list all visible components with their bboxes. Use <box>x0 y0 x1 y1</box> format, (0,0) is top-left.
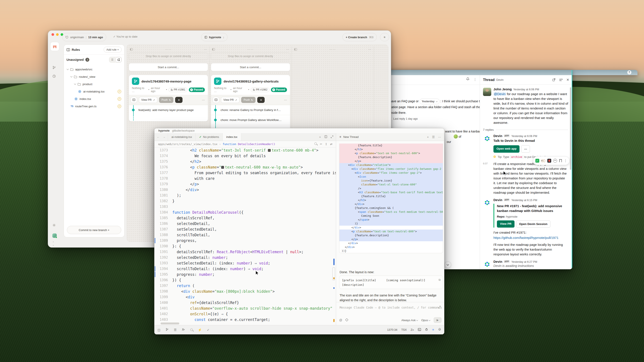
branches-icon[interactable] <box>52 66 56 70</box>
scroll-to-latest-button[interactable] <box>444 262 451 268</box>
git-branch-icon[interactable] <box>166 328 168 332</box>
collapse-icon[interactable]: ⌃⌄ <box>52 241 54 246</box>
chevron-down-icon[interactable] <box>74 83 76 85</box>
devin-app-avatar[interactable] <box>483 134 491 143</box>
assign-icon[interactable] <box>213 97 219 103</box>
mention-chip[interactable]: @Devin <box>494 92 506 96</box>
diagnostics-indicator[interactable]: ✓No problems <box>196 133 223 141</box>
open-devin-session-button[interactable]: Open Devin Session <box>516 220 550 228</box>
debug-bug-icon[interactable] <box>425 328 428 332</box>
avatar[interactable] <box>483 88 491 96</box>
snippet-icon[interactable]: ✂ <box>320 142 322 146</box>
zed-mode[interactable]: Z» <box>411 328 414 331</box>
ai-sparkle-button[interactable]: ✳ <box>175 97 182 103</box>
lane-collapse-icon[interactable] <box>212 48 215 51</box>
search-icon[interactable] <box>314 142 317 145</box>
copy-icon[interactable]: ⧉ <box>439 278 441 282</box>
remote-sync-button[interactable]: origin/main | 13 min ago <box>62 33 106 41</box>
help-button[interactable]: ? <box>627 70 632 74</box>
create-branch-button[interactable]: + Create branch ⌘B <box>342 33 377 41</box>
chevron-down-icon[interactable] <box>67 68 69 70</box>
split-pane-icon[interactable] <box>324 135 327 139</box>
add-rule-button[interactable]: Add rule + <box>104 47 122 52</box>
thread-list-icon[interactable]: ☰ <box>432 135 435 139</box>
assistant-input[interactable]: Message Claude Code — @ to include conte… <box>336 302 444 325</box>
tree-file-item[interactable]: ai-notetaking.tsx∕ <box>65 88 123 95</box>
bookmark-icon[interactable] <box>559 159 562 162</box>
ai-sparkle-button[interactable]: ✳ <box>257 97 265 103</box>
actions-icon[interactable]: ⚡ <box>198 328 202 332</box>
tree-folder-item[interactable]: product <box>65 80 123 88</box>
assign-icon[interactable] <box>130 97 137 103</box>
ai-sparkle-icon[interactable]: ✳ <box>432 328 434 331</box>
view-pr-button[interactable]: View PR <box>497 220 514 228</box>
bell-icon[interactable] <box>438 328 441 332</box>
commit-row[interactable]: chore: rename Gallery to Prompt Gallery … <box>211 105 290 115</box>
start-commit-button[interactable]: Start a commit... <box>211 63 290 71</box>
scrollbar-marks[interactable] <box>332 147 335 322</box>
branch-name[interactable]: devin/1764380749-memory-page <box>142 79 192 83</box>
author-name[interactable]: Devin <box>494 198 502 202</box>
kebab-icon[interactable]: ⋯ <box>202 98 206 102</box>
tab-ai-notetaking[interactable]: ai-notetaking.tsx <box>168 133 196 141</box>
author-name[interactable]: Devin <box>494 134 502 138</box>
push-button[interactable]: Push ↻ <box>241 97 256 103</box>
date-divider-pill[interactable]: Yesterday <box>420 99 440 104</box>
cursor-icon[interactable]: I <box>325 142 327 146</box>
forward-icon[interactable]: → <box>163 135 166 139</box>
user-avatar[interactable] <box>52 233 57 238</box>
back-icon[interactable]: ← <box>157 135 160 139</box>
author-name[interactable]: John Jeong <box>494 87 512 91</box>
drag-handle-icon[interactable]: ⋯⋯ <box>215 48 286 51</box>
view-pr-button[interactable]: View PR ↗ <box>139 97 157 103</box>
kebab-icon[interactable]: ⋯ <box>286 48 289 51</box>
settings-gear-icon[interactable] <box>52 223 56 228</box>
kebab-menu-icon[interactable]: ⋮ <box>564 159 567 163</box>
list-view-icon[interactable]: ☰ <box>109 57 115 62</box>
context-target-icon[interactable] <box>345 318 348 322</box>
close-icon[interactable]: ✕ <box>566 78 569 82</box>
outline-icon[interactable]: ☰ <box>174 328 177 332</box>
commit-to-new-branch-button[interactable]: Commit to new branch + <box>67 226 121 234</box>
horizontal-scrollbar[interactable] <box>160 323 179 325</box>
code-editor[interactable]: 1373 <h2 className="text-3xl font-serif … <box>154 147 336 322</box>
check-reaction-icon[interactable]: ✓ <box>535 159 539 163</box>
ci-passed-badge[interactable]: ✓Passed <box>189 87 205 92</box>
drop-zone[interactable]: Drop files to assign or commit directly <box>129 52 208 60</box>
lane-collapse-icon[interactable] <box>130 48 133 51</box>
commit-row[interactable]: feat(web): add memory layer product page <box>129 105 208 115</box>
new-thread-icon[interactable]: + <box>427 135 429 139</box>
permission-mode-dropdown[interactable]: Always Ask <box>401 319 418 322</box>
open-web-app-button[interactable]: Open web app <box>494 145 520 153</box>
mention-icon[interactable]: @ <box>339 318 342 322</box>
thread-scrollbar[interactable] <box>570 87 571 170</box>
kebab-menu-icon[interactable]: ⋮ <box>474 77 477 81</box>
view-pr-button[interactable]: View PR ↗ <box>221 97 240 103</box>
more-actions-button[interactable]: ⋯ <box>521 145 530 153</box>
tree-file-item[interactable]: TSrouteTree.gen.ts∕ <box>65 102 123 110</box>
kebab-icon[interactable]: ⋯ <box>284 98 288 102</box>
ai-actions-button[interactable]: ✳ <box>380 33 389 41</box>
tree-folder-item[interactable]: routes/_view <box>65 73 123 80</box>
commit-row[interactable]: chore: move Prompt Gallery above Workflo… <box>211 115 290 125</box>
gitbutler-logo-icon[interactable] <box>50 42 59 51</box>
chevron-down-icon[interactable] <box>70 75 72 77</box>
drag-handle-icon[interactable]: ⋯⋯ <box>133 48 204 51</box>
open-in-window-icon[interactable] <box>552 78 556 81</box>
drop-zone[interactable]: Drop files to assign or commit directly <box>211 52 290 60</box>
devin-app-avatar[interactable] <box>483 260 491 268</box>
drag-handle-icon[interactable]: ⋯⋯ <box>297 48 368 51</box>
breadcrumb[interactable]: apps/web/src/routes/_view/index.tsx › fu… <box>154 141 336 147</box>
diagnostics-check-icon[interactable]: ✓ <box>207 328 210 332</box>
branch-name[interactable]: devin/1764380912-gallery-shortcuts <box>224 79 278 83</box>
language-mode[interactable]: TSX <box>401 328 407 331</box>
model-dropdown[interactable]: Opus <box>421 319 430 322</box>
new-tab-icon[interactable]: + <box>319 135 321 139</box>
devin-app-avatar[interactable] <box>483 198 491 207</box>
collab-icon[interactable] <box>182 328 185 332</box>
filter-list-icon[interactable] <box>559 78 563 81</box>
eyes-reaction-icon[interactable] <box>541 159 545 163</box>
push-button[interactable]: Push ↻ <box>159 97 174 103</box>
kebab-icon[interactable]: ⋯ <box>204 48 207 51</box>
author-name[interactable]: Devin <box>494 260 502 263</box>
